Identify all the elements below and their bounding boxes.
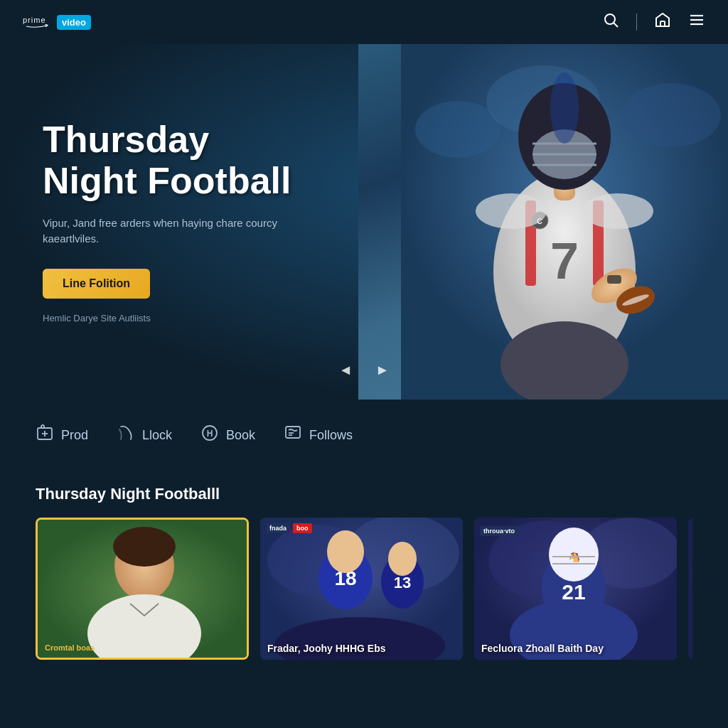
content-cards: Cromtal boas 1	[36, 518, 692, 660]
search-icon[interactable]	[602, 11, 619, 33]
hero-player-image: 7 C	[358, 44, 728, 400]
category-book-label: Book	[226, 428, 255, 443]
card-2-badges: fnada boo	[266, 523, 312, 533]
hero-content: Thursday Night Football Vipur, Jand free…	[0, 91, 355, 352]
svg-text:7: 7	[550, 232, 579, 289]
card-3-badge: throua·vto	[480, 523, 518, 536]
follows-icon	[284, 424, 302, 446]
svg-point-40	[113, 527, 176, 567]
category-llock[interactable]: Llock	[117, 417, 200, 454]
category-prod[interactable]: Prod	[36, 417, 117, 454]
card-3[interactable]: 21 🐴 throua·vto Fecluora Zhoall Baith Da…	[474, 518, 677, 660]
category-book[interactable]: H Book	[200, 417, 284, 454]
hero-secondary-text: Hemlic Darye Site Autliists	[43, 313, 151, 323]
hero-cta-button[interactable]: Line Folition	[43, 269, 150, 299]
category-follows-label: Follows	[309, 428, 353, 443]
hero-subtitle: Vipur, Jand free arders when haying char…	[43, 215, 313, 247]
card-1[interactable]: Cromtal boas	[36, 518, 249, 660]
svg-text:13: 13	[394, 574, 411, 592]
section-title: Thursday Night Footballl	[36, 485, 692, 503]
svg-rect-29	[607, 275, 621, 284]
card-4-svg: fnada	[688, 518, 692, 660]
header: prime video	[0, 0, 728, 44]
card-2-badge2: boo	[293, 523, 312, 533]
prime-text: prime	[23, 16, 46, 24]
player-svg: 7 C	[401, 44, 728, 400]
carousel-next-arrow[interactable]: ►	[375, 362, 390, 378]
svg-rect-35	[286, 427, 300, 438]
content-section: Thursday Night Footballl	[0, 471, 728, 674]
card-1-svg	[38, 520, 249, 660]
prime-arrow-icon	[23, 24, 51, 28]
svg-rect-2	[660, 21, 665, 26]
menu-icon[interactable]	[688, 11, 705, 33]
card-3-bg: 21 🐴 throua·vto	[474, 518, 677, 660]
carousel-prev-arrow[interactable]: ◄	[338, 362, 353, 378]
svg-text:21: 21	[562, 580, 585, 604]
card-3-svg: 21 🐴	[474, 518, 677, 660]
card-3-label: Fecluora Zhoall Baith Day	[481, 643, 670, 654]
carousel-arrows: ◄ ►	[338, 362, 390, 378]
book-icon: H	[200, 424, 219, 446]
svg-point-50	[388, 542, 417, 576]
prod-icon	[36, 424, 54, 446]
header-divider	[636, 14, 637, 31]
card-2-badge1: fnada	[266, 523, 290, 533]
logo-area: prime video	[23, 15, 91, 30]
prime-logo: prime	[23, 16, 51, 28]
hero-image-placeholder: 7 C	[358, 44, 728, 400]
card-3-badge1: throua·vto	[480, 526, 518, 536]
home-icon[interactable]	[654, 11, 671, 33]
svg-point-9	[621, 83, 721, 147]
category-prod-label: Prod	[61, 428, 88, 443]
svg-text:H: H	[207, 429, 213, 439]
card-2[interactable]: 18 13 fnada boo Fradar, Joohy HHHG Ebs	[260, 518, 463, 660]
llock-icon	[117, 424, 135, 446]
card-2-bg: 18 13 fnada boo	[260, 518, 463, 660]
svg-point-28	[582, 193, 653, 229]
svg-point-22	[550, 73, 579, 144]
header-icons	[602, 11, 705, 33]
svg-point-7	[415, 101, 500, 158]
svg-point-47	[327, 530, 364, 573]
card-1-label: Cromtal boas	[45, 643, 95, 652]
hero-section: Thursday Night Football Vipur, Jand free…	[0, 44, 728, 400]
hero-title: Thursday Night Football	[43, 119, 313, 200]
card-2-label: Fradar, Joohy HHHG Ebs	[267, 643, 456, 654]
svg-rect-62	[688, 518, 692, 660]
svg-point-27	[476, 193, 547, 229]
card-1-bg	[38, 520, 247, 658]
svg-line-1	[614, 23, 619, 28]
video-badge: video	[57, 15, 91, 30]
card-4[interactable]: fnada Hoo	[688, 518, 692, 660]
category-nav: Prod Llock H Book Follow	[0, 400, 728, 471]
category-follows[interactable]: Follows	[284, 417, 381, 454]
category-llock-label: Llock	[142, 428, 172, 443]
svg-point-0	[605, 14, 615, 24]
card-2-svg: 18 13	[260, 518, 463, 660]
